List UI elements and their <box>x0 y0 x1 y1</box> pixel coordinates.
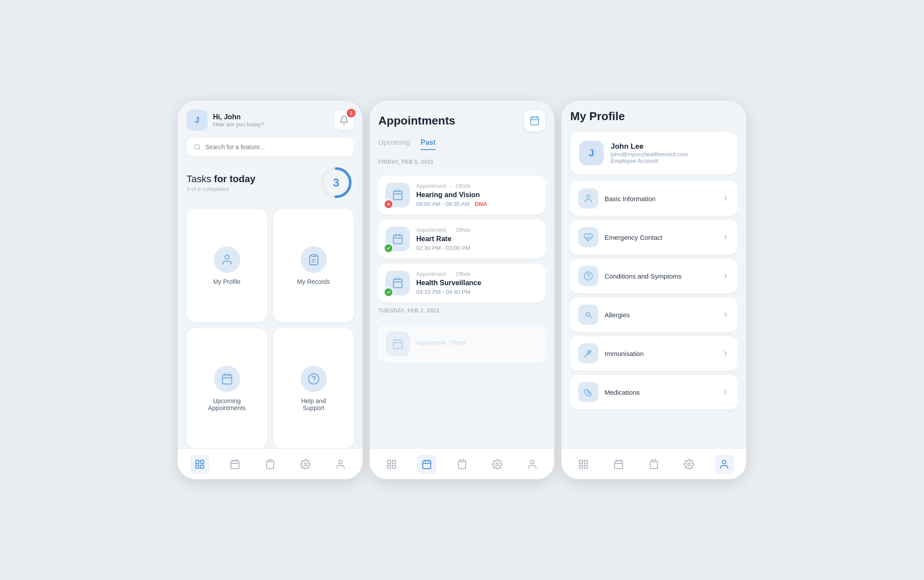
appt-type-partial: Appointment · Offsite <box>416 340 539 346</box>
profile-user-email: john@myocchealthrecord.com <box>611 151 688 158</box>
notification-button[interactable]: 3 <box>334 110 354 130</box>
profile-header: My Profile <box>570 110 737 123</box>
appt-calendar-icon-1 <box>392 189 403 201</box>
nav-records-3[interactable] <box>644 455 664 474</box>
svg-point-74 <box>688 463 690 466</box>
progress-number: 3 <box>333 176 339 190</box>
calendar-button[interactable] <box>524 110 546 132</box>
nav-profile-3[interactable] <box>715 455 734 474</box>
search-icon <box>194 143 201 151</box>
home-header: J Hi, John How are you today? 3 <box>187 110 354 131</box>
appointment-partial[interactable]: Appointment · Offsite <box>378 324 546 363</box>
clipboard-icon <box>308 253 320 266</box>
nav-settings-2[interactable] <box>488 455 507 474</box>
menu-immunisation[interactable]: Immunisation <box>570 336 737 371</box>
svg-rect-22 <box>268 460 272 462</box>
menu-conditions-symptoms[interactable]: Conditions and Symptoms <box>570 259 737 293</box>
profile-user-name: John Lee <box>611 142 688 151</box>
bell-icon <box>339 115 349 125</box>
svg-rect-67 <box>584 465 587 468</box>
svg-line-1 <box>199 148 200 150</box>
my-profile-icon <box>214 246 240 273</box>
greeting-name: Hi, John <box>213 113 264 121</box>
user-avatar: J <box>187 110 208 131</box>
nav-calendar-3[interactable] <box>609 455 628 474</box>
svg-rect-49 <box>392 465 396 468</box>
help-support-label: Help andSupport <box>301 397 326 411</box>
search-input[interactable] <box>205 143 347 151</box>
nav-home-2[interactable] <box>382 455 401 474</box>
conditions-label: Conditions and Symptoms <box>605 272 715 280</box>
appointment-health-surveillance[interactable]: Appointment · Offsite Health Surveillanc… <box>378 264 546 302</box>
appointment-hearing-vision[interactable]: Appointment · Offsite Hearing and Vision… <box>378 176 546 214</box>
emergency-contact-icon <box>578 227 598 247</box>
greeting-sub: How are you today? <box>213 121 264 128</box>
menu-emergency-contact[interactable]: Emergency Contact <box>570 220 737 254</box>
gear-icon-2 <box>492 459 502 470</box>
appointments-title: Appointments <box>378 114 455 128</box>
help-support-card[interactable]: Help andSupport <box>273 328 354 448</box>
menu-allergies[interactable]: Allergies <box>570 297 737 332</box>
person-menu-icon <box>583 194 593 203</box>
chevron-right-icon-4 <box>722 311 730 319</box>
nav-profile-2[interactable] <box>523 455 542 474</box>
nav-home-3[interactable] <box>574 455 593 474</box>
phone-appointments: Appointments Upcoming Past FRIDAY, FEB 5… <box>370 101 554 479</box>
grid-icon <box>194 459 205 470</box>
nav-profile[interactable] <box>331 455 350 474</box>
my-records-card[interactable]: My Records <box>273 209 354 322</box>
appt-type-1: Appointment · Offsite <box>416 183 539 189</box>
question-circle-menu-icon <box>583 271 593 281</box>
search-bar[interactable] <box>187 138 354 156</box>
nav-calendar[interactable] <box>225 455 245 474</box>
grid-icon-2 <box>386 459 397 470</box>
gear-icon-3 <box>684 459 694 470</box>
calendar-button-icon <box>529 115 540 126</box>
heart-menu-icon <box>583 232 593 242</box>
nav-home[interactable] <box>190 455 209 474</box>
menu-medications[interactable]: Medications <box>570 375 737 409</box>
svg-rect-18 <box>231 461 239 469</box>
svg-rect-69 <box>615 461 623 469</box>
pill-menu-icon <box>583 387 593 397</box>
tab-upcoming[interactable]: Upcoming <box>378 139 410 150</box>
appointments-list: FRIDAY, FEB 5, 2021 <box>378 159 546 448</box>
my-records-icon <box>301 246 327 273</box>
svg-rect-29 <box>393 191 402 200</box>
appt-status-cancelled <box>384 199 393 209</box>
person-nav-icon <box>335 459 346 470</box>
date-label-1: FRIDAY, FEB 5, 2021 <box>378 159 546 165</box>
svg-line-62 <box>590 316 592 318</box>
calendar-nav-icon <box>230 459 240 470</box>
profile-info: John Lee john@myocchealthrecord.com Empl… <box>611 142 688 164</box>
emergency-contact-label: Emergency Contact <box>605 234 715 241</box>
svg-rect-66 <box>584 460 587 463</box>
tasks-subtitle: 3 of 6 completed <box>187 186 255 192</box>
my-profile-card[interactable]: My Profile <box>187 209 267 322</box>
svg-rect-14 <box>196 460 199 463</box>
svg-point-57 <box>531 460 534 464</box>
profile-menu: Basic Information Emergency Contact <box>570 181 737 448</box>
upcoming-appointments-card[interactable]: UpcomingAppointments <box>187 328 267 448</box>
tab-past[interactable]: Past <box>421 139 436 150</box>
nav-calendar-2[interactable] <box>417 455 436 474</box>
menu-basic-information[interactable]: Basic Information <box>570 181 737 216</box>
svg-rect-68 <box>579 465 583 468</box>
basic-info-icon <box>578 188 598 209</box>
appointments-nav <box>370 448 554 479</box>
date-label-2: TUESDAY, FEB 2, 2021 <box>378 308 546 314</box>
nav-records-2[interactable] <box>452 455 472 474</box>
appointments-header: Appointments <box>378 110 546 132</box>
appt-info-partial: Appointment · Offsite <box>416 340 539 348</box>
gear-icon <box>300 459 311 470</box>
svg-rect-15 <box>201 460 204 463</box>
appointment-heart-rate[interactable]: Appointment · Offsite Heart Rate 02:30 P… <box>378 220 546 258</box>
profile-nav <box>561 448 746 479</box>
conditions-icon <box>578 266 598 286</box>
calendar-icon-3 <box>613 459 624 470</box>
nav-settings-3[interactable] <box>679 455 699 474</box>
nav-records[interactable] <box>260 455 280 474</box>
nav-settings[interactable] <box>296 455 315 474</box>
my-profile-label: My Profile <box>213 278 240 285</box>
svg-rect-25 <box>531 117 539 125</box>
